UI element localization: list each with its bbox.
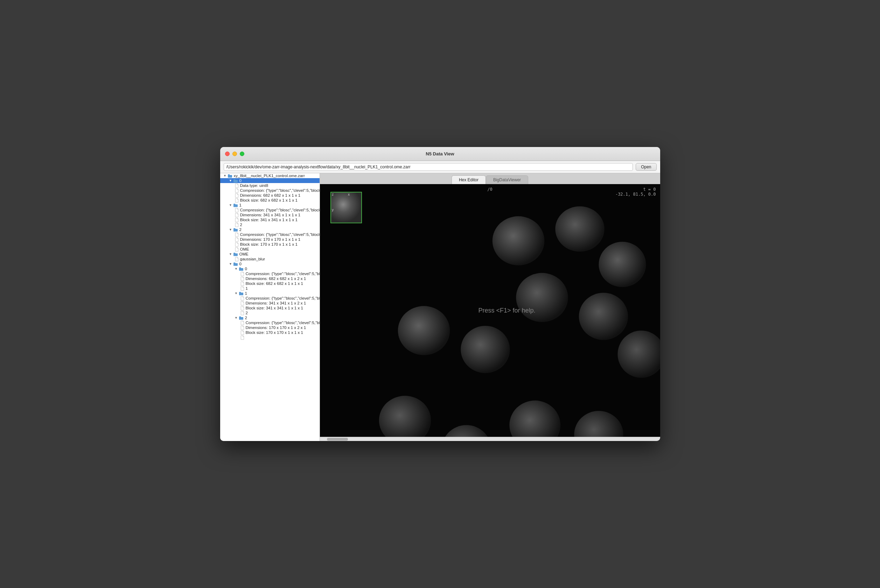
tree-file[interactable] [220, 335, 319, 340]
tree-file[interactable]: OME [220, 247, 319, 252]
tree-folder-gb2[interactable]: ▼ 2 [220, 315, 319, 320]
file-icon [234, 257, 239, 261]
tree-file[interactable]: Compression: {"type":"blosc","clevel":5,… [220, 188, 319, 193]
tree-label: Block size: 170 x 170 x 1 x 1 x 1 [246, 330, 303, 334]
file-icon [234, 242, 239, 246]
axis-y-label: y [332, 208, 334, 212]
tree-label: 1 [240, 203, 241, 207]
folder-icon [227, 174, 233, 178]
tree-label: 0 [245, 267, 247, 271]
folder-icon [233, 262, 238, 266]
file-icon [240, 306, 245, 310]
chevron-down-icon: ▼ [229, 228, 233, 232]
minimize-button[interactable] [232, 152, 237, 156]
tree-file[interactable]: Compression: {"type":"blosc","clevel":5,… [220, 207, 319, 213]
maximize-button[interactable] [240, 152, 244, 156]
tab-bigdataviewer[interactable]: BigDataViewer [486, 176, 528, 184]
right-panel: Hex Editor BigDataViewer [320, 173, 660, 441]
path-overlay: /0 [487, 187, 492, 192]
tab-hex-editor[interactable]: Hex Editor [451, 176, 486, 184]
tree-label: Compression: {"type":"blosc","clevel":5,… [240, 208, 320, 212]
file-icon [240, 301, 245, 305]
tree-file[interactable]: Compression: {"type":"blosc","clevel":5,… [220, 232, 319, 237]
main-content: ▼ xy_8bit__nuclei_PLK1_control.ome.zarr … [220, 173, 660, 441]
tree-file[interactable]: Dimensions: 341 x 341 x 1 x 2 x 1 [220, 301, 319, 306]
svg-point-7 [398, 306, 450, 355]
tree-file[interactable]: Data type: uint8 [220, 183, 319, 188]
chevron-down-icon: ▼ [229, 178, 233, 183]
tree-file[interactable]: Compression: {"type":"blosc","clevel":5,… [220, 271, 319, 276]
file-icon [234, 198, 239, 202]
tree-root[interactable]: ▼ xy_8bit__nuclei_PLK1_control.ome.zarr [220, 173, 319, 178]
tree-file[interactable]: Block size: 170 x 170 x 1 x 1 x 1 [220, 330, 319, 335]
close-button[interactable] [225, 152, 229, 156]
tree-label: Dimensions: 170 x 170 x 1 x 2 x 1 [246, 326, 306, 330]
tree-label: Dimensions: 170 x 170 x 1 x 1 x 1 [240, 237, 301, 242]
tree-file[interactable]: Dimensions: 341 x 341 x 1 x 1 x 1 [220, 213, 319, 218]
path-input[interactable] [224, 163, 633, 171]
file-icon [234, 218, 239, 222]
tree-folder-gaussian[interactable]: ▼ 0 [220, 261, 319, 266]
tree-file[interactable]: Dimensions: 682 x 682 x 1 x 2 x 1 [220, 276, 319, 281]
file-icon [234, 183, 239, 188]
tree-folder-gb0[interactable]: ▼ 0 [220, 266, 319, 271]
tree-file[interactable]: Block size: 170 x 170 x 1 x 1 x 1 [220, 242, 319, 247]
tree-file[interactable]: 1 [220, 286, 319, 291]
tree-label: OME [240, 252, 249, 256]
file-icon [234, 208, 239, 212]
tree-file[interactable]: Block size: 341 x 341 x 1 x 1 x 1 [220, 218, 319, 222]
tree-file[interactable]: Compression: {"type":"blosc","clevel":5,… [220, 296, 319, 301]
svg-point-8 [461, 326, 510, 373]
tree-label: Compression: {"type":"blosc","clevel":5,… [246, 296, 320, 300]
tree-label: Block size: 341 x 341 x 1 x 1 x 1 [246, 306, 303, 310]
path-bar: Open [220, 161, 660, 173]
tree-file[interactable]: 2 [220, 222, 319, 227]
tree-file[interactable]: Compression: {"type":"blosc","clevel":5,… [220, 320, 319, 325]
tree-label: Dimensions: 341 x 341 x 1 x 2 x 1 [246, 301, 306, 305]
tree-label: 2 [245, 316, 247, 320]
tree-file[interactable]: Block size: 682 x 682 x 1 x 1 x 1 [220, 198, 319, 202]
tree-file[interactable]: Dimensions: 170 x 170 x 1 x 2 x 1 [220, 325, 319, 330]
tree-file[interactable]: Dimensions: 682 x 682 x 1 x 1 x 1 [220, 193, 319, 198]
tree-folder-2[interactable]: ▼ 2 [220, 227, 319, 232]
axis-x-label: x [348, 192, 350, 196]
horizontal-scrollbar[interactable] [320, 437, 660, 441]
thumbnail-preview [330, 192, 362, 223]
tree-folder-gb1[interactable]: ▼ 1 [220, 291, 319, 296]
file-icon [240, 311, 245, 315]
file-icon [240, 281, 245, 286]
tree-file[interactable]: 2 [220, 310, 319, 315]
svg-point-5 [579, 293, 628, 340]
tree-file[interactable]: Dimensions: 170 x 170 x 1 x 1 x 1 [220, 237, 319, 242]
tree-file[interactable]: gaussian_blur [220, 256, 319, 261]
tree-folder-1[interactable]: ▼ 1 [220, 202, 319, 207]
tree-file[interactable]: Block size: 682 x 682 x 1 x 1 x 1 [220, 281, 319, 286]
folder-icon [233, 228, 238, 232]
svg-point-2 [555, 206, 604, 252]
open-button[interactable]: Open [636, 163, 656, 171]
tree-label: 1 [245, 291, 247, 296]
folder-icon [238, 316, 244, 320]
traffic-lights [225, 152, 244, 156]
file-icon [234, 232, 239, 237]
tree-file[interactable]: Block size: 341 x 341 x 1 x 1 x 1 [220, 306, 319, 310]
time-label: t = 0 [643, 187, 656, 192]
tree-label: Block size: 682 x 682 x 1 x 1 x 1 [240, 198, 298, 202]
viewer-area[interactable]: z x y /0 t = 0 -32.1, 81.5, 0.0 Press <F… [320, 184, 660, 437]
folder-icon [233, 203, 238, 207]
tree-label: 2 [240, 228, 241, 232]
chevron-down-icon: ▼ [234, 316, 238, 320]
tree-folder-0[interactable]: ▼ 0 [220, 178, 319, 183]
title-bar: N5 Data View [220, 147, 660, 161]
tree-label: Block size: 170 x 170 x 1 x 1 x 1 [240, 242, 298, 246]
tree-label: Compression: {"type":"blosc","clevel":5,… [246, 272, 320, 276]
file-tree[interactable]: ▼ xy_8bit__nuclei_PLK1_control.ome.zarr … [220, 173, 320, 441]
tree-label: Block size: 341 x 341 x 1 x 1 x 1 [240, 218, 298, 222]
tree-folder-OME[interactable]: ▼ OME [220, 252, 319, 256]
file-icon [234, 193, 239, 197]
folder-icon [233, 252, 238, 256]
scrollbar-thumb[interactable] [327, 438, 348, 441]
file-icon [234, 223, 239, 227]
file-icon [240, 335, 245, 339]
chevron-down-icon: ▼ [234, 267, 238, 271]
